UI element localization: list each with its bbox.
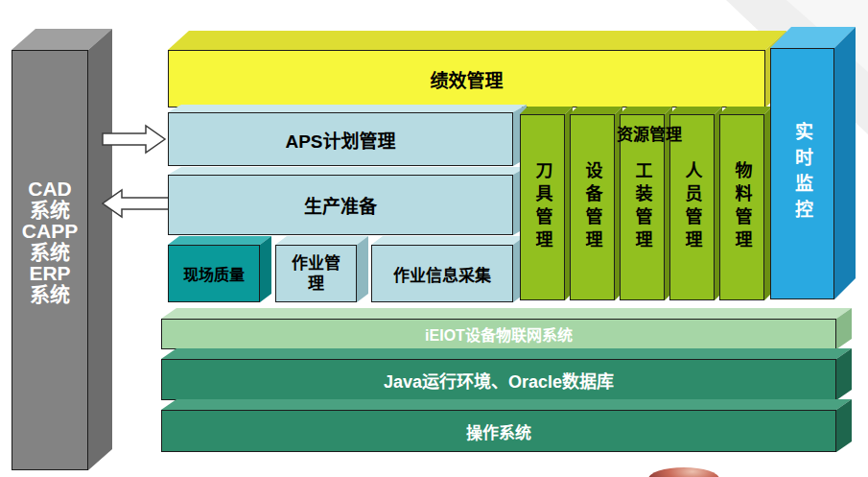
runtime-bar-top-face bbox=[161, 348, 852, 359]
job-info-collection-label: 作业信息采集 bbox=[393, 262, 491, 286]
resource-col-equipment-top-face bbox=[570, 107, 622, 114]
job-mgmt-side-face bbox=[357, 236, 368, 302]
resource-col-material-top-face bbox=[719, 107, 772, 114]
iot-bar-top-face bbox=[161, 308, 852, 319]
runtime-platform-label: Java运行环境、Oracle数据库 bbox=[384, 368, 614, 393]
resource-col-material-label: 物料管理 bbox=[730, 161, 755, 253]
aps-label: APS计划管理 bbox=[285, 127, 395, 153]
performance-top-face bbox=[168, 31, 786, 50]
flow-arrows bbox=[96, 120, 173, 226]
job-mgmt-top-face bbox=[275, 236, 368, 245]
decoration-red-object bbox=[648, 467, 719, 477]
runtime-platform-bar: Java运行环境、Oracle数据库 bbox=[161, 359, 836, 400]
iot-platform-label: iEIOT设备物联网系统 bbox=[425, 322, 573, 346]
resource-col-personnel-top-face bbox=[669, 107, 722, 114]
performance-label: 绩效管理 bbox=[430, 66, 503, 92]
quality-top-face bbox=[168, 236, 271, 245]
resource-col-tool: 刀具管理 bbox=[520, 114, 565, 300]
diagram-canvas: CAD 系统 CAPP 系统 ERP 系统 绩效管理 APS计划管理 生产准备 … bbox=[0, 0, 868, 477]
job-info-collection-block: 作业信息采集 bbox=[371, 245, 513, 302]
quality-side-face bbox=[260, 236, 271, 302]
realtime-monitoring-label: 实时监控 bbox=[789, 122, 815, 226]
job-management-label: 作业管理 bbox=[290, 253, 342, 295]
resource-col-equipment-label: 设备管理 bbox=[580, 161, 605, 253]
external-systems-label: CAD 系统 CAPP 系统 ERP 系统 bbox=[22, 179, 78, 305]
resource-col-fixture-top-face bbox=[620, 107, 672, 114]
onsite-quality-block: 现场质量 bbox=[168, 245, 260, 302]
performance-management-block: 绩效管理 bbox=[168, 50, 765, 107]
aps-planning-block: APS计划管理 bbox=[168, 112, 513, 166]
monitor-side-face bbox=[834, 27, 856, 299]
aps-top-face bbox=[168, 105, 527, 112]
prep-top-face bbox=[168, 167, 527, 175]
resource-col-tool-top-face bbox=[520, 107, 573, 114]
flow-arrow-left-icon bbox=[103, 190, 169, 217]
os-bar-top-face bbox=[161, 399, 852, 410]
external-systems-pillar: CAD 系统 CAPP 系统 ERP 系统 bbox=[12, 50, 88, 470]
resource-col-material: 物料管理 bbox=[719, 114, 764, 300]
production-preparation-block: 生产准备 bbox=[168, 175, 513, 235]
job-info-top-face bbox=[371, 236, 525, 245]
iot-platform-bar: iEIOT设备物联网系统 bbox=[161, 319, 836, 349]
resource-col-fixture-label: 工装管理 bbox=[630, 161, 655, 253]
realtime-monitoring-pillar: 实时监控 bbox=[770, 48, 834, 299]
resource-col-tool-label: 刀具管理 bbox=[530, 161, 555, 253]
job-management-block: 作业管理 bbox=[275, 245, 357, 302]
external-pillar-side-face bbox=[88, 29, 112, 470]
onsite-quality-label: 现场质量 bbox=[183, 262, 245, 285]
resource-col-personnel-label: 人员管理 bbox=[680, 161, 705, 253]
os-platform-bar: 操作系统 bbox=[161, 410, 836, 452]
flow-arrow-right-icon bbox=[103, 126, 165, 153]
resource-management-title: 资源管理 bbox=[573, 122, 726, 143]
os-platform-label: 操作系统 bbox=[466, 419, 531, 443]
production-preparation-label: 生产准备 bbox=[304, 192, 377, 218]
